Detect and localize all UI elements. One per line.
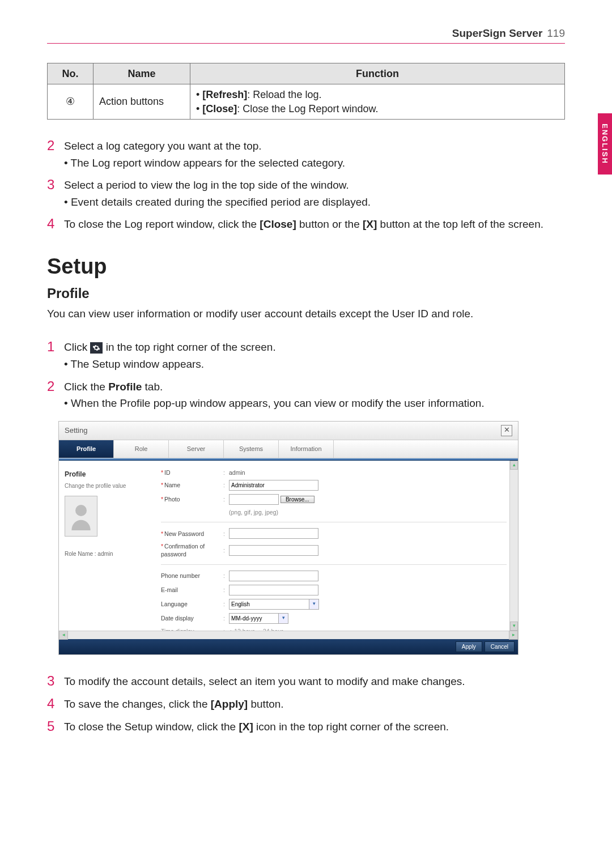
cell-name: Action buttons xyxy=(94,84,190,120)
left-heading: Profile xyxy=(65,470,155,479)
role-name-label: Role Name : admin xyxy=(65,550,155,558)
header-section: SuperSign Server xyxy=(452,27,542,40)
profile-heading: Profile xyxy=(47,284,565,303)
confpw-label: Confirmation of password xyxy=(161,543,205,558)
left-panel: Profile Change the profile value Role Na… xyxy=(59,461,161,631)
id-label: ID xyxy=(164,469,171,476)
photo-input[interactable] xyxy=(229,494,279,505)
horizontal-scrollbar[interactable]: ◂ ▸ xyxy=(59,631,518,639)
svg-point-0 xyxy=(75,505,87,516)
date-select[interactable] xyxy=(229,613,279,624)
action-buttons-table: No. Name Function ④ Action buttons • [Re… xyxy=(47,63,565,120)
chevron-down-icon[interactable]: ▾ xyxy=(279,613,288,624)
window-title: Setting xyxy=(65,426,87,436)
setup-heading: Setup xyxy=(47,252,565,281)
vertical-scrollbar[interactable]: ▴ ▾ xyxy=(509,461,518,631)
gear-icon xyxy=(90,342,103,354)
browse-button[interactable]: Browse... xyxy=(280,496,314,503)
photo-label: Photo xyxy=(164,496,180,503)
scroll-left-icon[interactable]: ◂ xyxy=(59,631,68,640)
tab-systems[interactable]: Systems xyxy=(224,440,279,458)
step-sub: Event details created during the specifi… xyxy=(71,196,371,208)
step-text: Select a log category you want at the to… xyxy=(64,140,262,152)
language-label: Language xyxy=(161,600,223,608)
phone-label: Phone number xyxy=(161,572,223,580)
page-header: SuperSign Server 119 xyxy=(0,0,612,42)
cell-no: ④ xyxy=(48,84,94,120)
th-no: No. xyxy=(48,63,94,84)
language-tab: ENGLISH xyxy=(598,113,612,175)
step-number: 3 xyxy=(47,178,57,209)
th-name: Name xyxy=(94,63,190,84)
step-sub: The Setup window appears. xyxy=(71,358,205,370)
name-label: Name xyxy=(164,482,180,488)
step-number: 1 xyxy=(47,340,57,371)
step-sub: The Log report window appears for the se… xyxy=(71,157,345,169)
scroll-right-icon[interactable]: ▸ xyxy=(509,631,518,640)
date-label: Date display xyxy=(161,614,223,622)
scroll-up-icon[interactable]: ▴ xyxy=(510,461,518,470)
tab-profile[interactable]: Profile xyxy=(59,440,114,458)
instruction-list-mid: 1 Click in the top right corner of the s… xyxy=(47,340,565,411)
step-text: To close the Log report window, click th… xyxy=(64,217,565,232)
step-number: 2 xyxy=(47,380,57,411)
email-input[interactable] xyxy=(229,585,318,595)
newpw-input[interactable] xyxy=(229,528,318,539)
profile-intro: You can view user information or modify … xyxy=(47,307,565,321)
close-icon[interactable]: ✕ xyxy=(501,425,512,436)
scroll-down-icon[interactable]: ▾ xyxy=(510,622,518,631)
photo-hint: (png, gif, jpg, jpeg) xyxy=(229,508,278,516)
name-input[interactable] xyxy=(229,480,318,491)
instruction-list-bottom: 3 To modify the account details, select … xyxy=(47,674,565,734)
cell-function: • [Refresh]: Reload the log. • [Close]: … xyxy=(190,84,565,120)
tab-server[interactable]: Server xyxy=(169,440,224,458)
form-panel: *ID : admin *Name : *Photo : Browse... (… xyxy=(161,461,518,631)
step-text: To modify the account details, select an… xyxy=(64,674,565,689)
instruction-list-top: 2 Select a log category you want at the … xyxy=(47,139,565,232)
time-label: Time display xyxy=(161,627,223,631)
step-sub: When the Profile pop-up window appears, … xyxy=(71,397,484,409)
setting-window: Setting ✕ Profile Role Server Systems In… xyxy=(58,421,518,655)
th-function: Function xyxy=(190,63,565,84)
apply-button[interactable]: Apply xyxy=(456,641,482,653)
left-sub: Change the profile value xyxy=(65,482,155,490)
id-value: admin xyxy=(229,469,245,476)
step-text: To save the changes, click the [Apply] b… xyxy=(64,697,565,712)
email-label: E-mail xyxy=(161,586,223,594)
language-select[interactable] xyxy=(229,599,309,610)
tab-bar: Profile Role Server Systems Information xyxy=(59,440,518,458)
step-number: 5 xyxy=(47,720,57,734)
tab-role[interactable]: Role xyxy=(114,440,169,458)
step-number: 4 xyxy=(47,217,57,232)
phone-input[interactable] xyxy=(229,571,318,581)
chevron-down-icon[interactable]: ▾ xyxy=(309,599,319,610)
tab-information[interactable]: Information xyxy=(279,440,334,458)
step-number: 3 xyxy=(47,674,57,689)
header-page-number: 119 xyxy=(547,27,565,40)
time-options[interactable]: ○ 12 hour ● 24 hour xyxy=(229,627,283,631)
step-number: 4 xyxy=(47,697,57,712)
cancel-button[interactable]: Cancel xyxy=(484,641,515,653)
confpw-input[interactable] xyxy=(229,545,318,556)
step-text: Select a period to view the log in the t… xyxy=(64,179,349,191)
table-row: ④ Action buttons • [Refresh]: Reload the… xyxy=(48,84,565,120)
step-text: To close the Setup window, click the [X]… xyxy=(64,720,565,734)
avatar xyxy=(65,496,97,537)
newpw-label: New Password xyxy=(164,530,204,537)
step-number: 2 xyxy=(47,139,57,170)
